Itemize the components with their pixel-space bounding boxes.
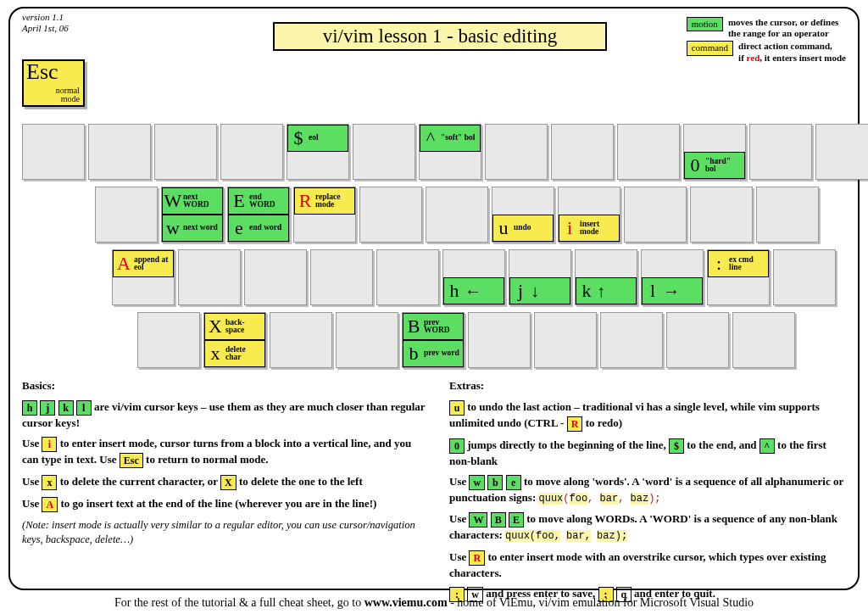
legend-motion: motion bbox=[687, 17, 723, 31]
key-l: l→ bbox=[641, 249, 704, 305]
basics-section: Basics: h j k l are vi/vim cursor keys –… bbox=[22, 378, 429, 553]
key-u: uundo bbox=[492, 187, 554, 243]
page-title: vi/vim lesson 1 - basic editing bbox=[273, 22, 607, 51]
key-w: Wnext WORD wnext word bbox=[161, 187, 224, 243]
key-k: k↑ bbox=[575, 249, 637, 305]
key-zero: 0"hard" bol bbox=[683, 124, 746, 180]
key-i: iinsert mode bbox=[558, 187, 620, 243]
row-bottom: Xback-space xdelete char Bprev WORD bpre… bbox=[137, 312, 846, 368]
legend-command: command bbox=[687, 41, 733, 55]
key-esc: Esc normalmode bbox=[22, 59, 85, 107]
footer: For the rest of the tutorial & a full ch… bbox=[0, 596, 868, 610]
key-a: Aappend at eol bbox=[112, 249, 175, 305]
row-home: Aappend at eol h← j↓ k↑ l→ :ex cmd line bbox=[112, 249, 846, 305]
key-b: Bprev WORD bprev word bbox=[402, 312, 465, 368]
version-info: version 1.1April 1st, 06 bbox=[22, 12, 69, 34]
key-h: h← bbox=[442, 249, 505, 305]
key-j: j↓ bbox=[509, 249, 571, 305]
key-colon: :ex cmd line bbox=[707, 249, 770, 305]
extras-section: Extras: u to undo the last action – trad… bbox=[449, 378, 848, 608]
key-caret: ^"soft" bol bbox=[419, 124, 481, 180]
row-top: Wnext WORD wnext word Eend WORD eend wor… bbox=[95, 187, 846, 243]
row-number: $eol ^"soft" bol 0"hard" bol bbox=[22, 124, 846, 180]
key-e: Eend WORD eend word bbox=[227, 187, 290, 243]
key-r: Rreplace mode bbox=[293, 187, 356, 243]
key-x: Xback-space xdelete char bbox=[203, 312, 266, 368]
legend: motion moves the cursor, or definesthe r… bbox=[687, 17, 846, 65]
key-dollar: $eol bbox=[287, 124, 349, 180]
